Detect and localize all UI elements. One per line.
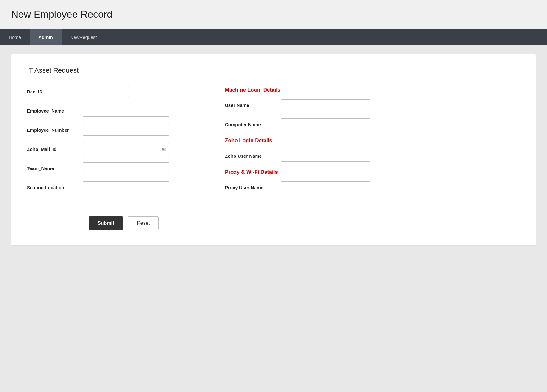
section-proxy-wifi: Proxy & Wi-Fi Details Proxy User Name (225, 169, 520, 193)
form-section-title: IT Asset Request (27, 66, 520, 75)
label-employee-name: Employee_Name (27, 108, 83, 113)
label-user-name: User Name (225, 103, 281, 108)
form-body: Rec_ID Employee_Name Employee_Number Zoh… (27, 86, 520, 201)
field-row-employee-number: Employee_Number (27, 124, 200, 136)
email-wrapper: ✉ (83, 143, 169, 155)
header-proxy-wifi: Proxy & Wi-Fi Details (225, 169, 520, 175)
header-machine-login: Machine Login Details (225, 87, 520, 93)
input-seating-location[interactable] (83, 181, 169, 193)
field-row-employee-name: Employee_Name (27, 105, 200, 117)
field-row-computer-name: Computer Name (225, 118, 520, 130)
reset-button[interactable]: Reset (128, 216, 159, 230)
input-employee-name[interactable] (83, 105, 169, 117)
input-rec-id[interactable] (83, 86, 129, 97)
header-zoho-login: Zoho Login Details (225, 138, 520, 144)
left-column: Rec_ID Employee_Name Employee_Number Zoh… (27, 86, 200, 201)
label-rec-id: Rec_ID (27, 89, 83, 94)
label-employee-number: Employee_Number (27, 127, 83, 133)
input-employee-number[interactable] (83, 124, 169, 136)
nav-item-newrequest[interactable]: NewRequest (62, 29, 106, 45)
label-proxy-user-name: Proxy User Name (225, 185, 281, 190)
field-row-zoho-mail: Zoho_Mail_Id ✉ (27, 143, 200, 155)
section-zoho-login: Zoho Login Details Zoho User Name (225, 138, 520, 162)
label-computer-name: Computer Name (225, 122, 281, 127)
form-card: IT Asset Request Rec_ID Employee_Name Em… (11, 54, 536, 246)
page-header: New Employee Record (0, 0, 547, 29)
section-machine-login: Machine Login Details User Name Computer… (225, 87, 520, 130)
field-row-rec-id: Rec_ID (27, 86, 200, 97)
form-divider (27, 207, 520, 207)
nav-item-home[interactable]: Home (0, 29, 30, 45)
field-row-proxy-user-name: Proxy User Name (225, 181, 520, 193)
input-proxy-user-name[interactable] (281, 181, 370, 193)
field-row-team-name: Team_Name (27, 162, 200, 174)
form-actions: Submit Reset (27, 216, 520, 230)
main-content: IT Asset Request Rec_ID Employee_Name Em… (0, 45, 547, 254)
field-row-seating-location: Seating Location (27, 181, 200, 193)
field-row-user-name: User Name (225, 99, 520, 111)
field-row-zoho-user-name: Zoho User Name (225, 150, 520, 162)
input-zoho-mail[interactable] (83, 143, 169, 155)
label-team-name: Team_Name (27, 166, 83, 171)
label-seating-location: Seating Location (27, 185, 83, 190)
input-computer-name[interactable] (281, 118, 370, 130)
nav-bar: Home Admin NewRequest (0, 29, 547, 45)
nav-item-admin[interactable]: Admin (30, 29, 62, 45)
label-zoho-mail: Zoho_Mail_Id (27, 147, 83, 152)
input-user-name[interactable] (281, 99, 370, 111)
input-team-name[interactable] (83, 162, 169, 174)
right-column: Machine Login Details User Name Computer… (225, 86, 520, 201)
submit-button[interactable]: Submit (89, 216, 123, 230)
input-zoho-user-name[interactable] (281, 150, 370, 162)
label-zoho-user-name: Zoho User Name (225, 153, 281, 159)
page-title: New Employee Record (11, 9, 536, 20)
